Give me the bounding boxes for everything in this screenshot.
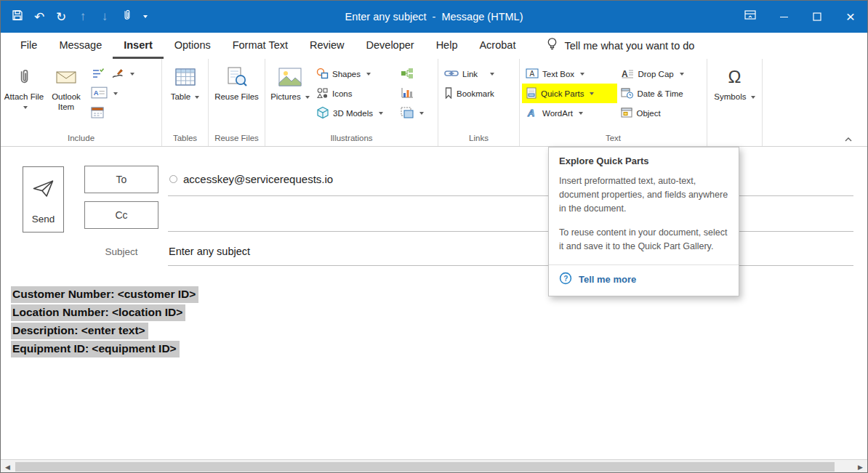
tab-message[interactable]: Message — [48, 33, 113, 59]
drop-cap-button[interactable]: A Drop Cap — [617, 64, 704, 84]
chart-button[interactable] — [397, 84, 433, 103]
undo-button[interactable]: ↶ — [28, 5, 50, 28]
omega-icon: Ω — [728, 65, 742, 89]
outlook-message-window: ↶ ↻ ↑ ↓ Enter any subject - Message (HTM… — [0, 0, 868, 473]
smartart-button[interactable] — [397, 64, 433, 84]
bookmark-button[interactable]: Bookmark — [441, 84, 517, 103]
to-button[interactable]: To — [84, 166, 158, 193]
svg-text:A: A — [527, 108, 534, 118]
screenshot-icon — [401, 107, 414, 120]
horizontal-scrollbar[interactable]: ◀ ▶ — [1, 459, 867, 473]
tab-file[interactable]: File — [9, 33, 48, 59]
tooltip-paragraph: To reuse content in your document, selec… — [559, 226, 728, 254]
to-field-underline[interactable] — [168, 195, 853, 196]
group-label-include: Include — [3, 132, 159, 146]
scroll-right-button[interactable]: ▶ — [853, 460, 867, 473]
drop-cap-icon: A — [621, 68, 634, 80]
date-time-icon — [621, 87, 633, 100]
svg-text:A: A — [622, 69, 628, 78]
tab-help[interactable]: Help — [425, 33, 469, 59]
subject-field-underline[interactable] — [168, 265, 853, 266]
titlebar: ↶ ↻ ↑ ↓ Enter any subject - Message (HTM… — [1, 1, 867, 33]
attach-file-button[interactable]: Attach File — [3, 60, 45, 112]
tab-format-text[interactable]: Format Text — [222, 33, 299, 59]
group-label-text: Text — [522, 132, 704, 146]
tell-me-label: Tell me what you want to do — [564, 40, 694, 52]
quick-parts-button[interactable]: Quick Parts — [522, 84, 617, 103]
calendar-button[interactable] — [87, 103, 157, 123]
table-icon — [174, 65, 196, 89]
date-time-button[interactable]: Date & Time — [617, 84, 704, 103]
tab-acrobat[interactable]: Acrobat — [468, 33, 526, 59]
redo-icon: ↻ — [56, 9, 66, 25]
wordart-label: WordArt — [542, 109, 573, 118]
pictures-button[interactable]: Pictures — [268, 60, 313, 102]
body-line: Equipment ID: <equipment ID> — [11, 341, 180, 357]
move-up-button[interactable]: ↑ — [72, 5, 94, 28]
close-icon: × — [846, 8, 855, 25]
tab-developer[interactable]: Developer — [355, 33, 425, 59]
outlook-item-button[interactable]: Outlook Item — [45, 60, 87, 112]
attach-quick-button[interactable] — [116, 5, 137, 28]
ribbon-display-options-button[interactable] — [734, 1, 767, 33]
scroll-left-button[interactable]: ◀ — [1, 460, 15, 473]
table-button[interactable]: Table — [164, 60, 206, 102]
send-icon — [32, 179, 55, 201]
tab-options[interactable]: Options — [164, 33, 222, 59]
cc-button[interactable]: Cc — [84, 201, 158, 229]
icons-button[interactable]: Icons — [313, 84, 397, 103]
close-button[interactable]: × — [834, 1, 867, 33]
message-body-editor[interactable]: Customer Number: <customer ID> Location … — [11, 286, 853, 452]
redo-button[interactable]: ↻ — [50, 5, 72, 28]
group-label-symbols — [710, 132, 760, 146]
customize-qat-button[interactable] — [137, 5, 150, 28]
minimize-icon — [780, 17, 788, 17]
chart-icon — [401, 87, 414, 100]
subject-label: Subject — [84, 246, 158, 257]
bookmark-label: Bookmark — [457, 89, 494, 98]
chevron-down-icon — [490, 73, 494, 76]
icons-icon — [316, 87, 329, 100]
body-line: Customer Number: <customer ID> — [11, 286, 198, 303]
ribbon: Attach File Outlook Item — [1, 59, 867, 147]
object-button[interactable]: Object — [617, 103, 704, 123]
cc-field-underline[interactable] — [168, 231, 853, 232]
3d-models-button[interactable]: 3D Models — [313, 103, 397, 123]
poll-button[interactable] — [87, 64, 108, 84]
tab-review[interactable]: Review — [299, 33, 355, 59]
business-card-button[interactable]: A — [87, 84, 157, 103]
symbols-button[interactable]: Ω Symbols — [712, 60, 758, 102]
quick-parts-tooltip: Explore Quick Parts Insert preformatted … — [548, 147, 739, 296]
reuse-files-button[interactable]: Reuse Files — [214, 60, 260, 102]
wordart-button[interactable]: A WordArt — [522, 103, 617, 123]
calendar-icon — [91, 106, 104, 120]
tell-me-more-link[interactable]: ? Tell me more — [549, 264, 739, 296]
text-box-button[interactable]: A Text Box — [522, 64, 617, 84]
subject-input[interactable]: Enter any subject — [169, 246, 250, 257]
maximize-button[interactable] — [800, 1, 834, 33]
shapes-button[interactable]: Shapes — [313, 64, 397, 84]
arrow-up-icon: ↑ — [80, 9, 87, 24]
group-links: Link Bookmark Links — [438, 59, 520, 146]
quick-parts-label: Quick Parts — [541, 89, 584, 98]
group-label-links: Links — [441, 132, 517, 146]
chevron-down-icon — [305, 96, 310, 99]
move-down-button[interactable]: ↓ — [94, 5, 116, 28]
link-button[interactable]: Link — [441, 64, 517, 84]
tell-me-search[interactable]: Tell me what you want to do — [547, 33, 694, 59]
link-label: Link — [462, 70, 478, 78]
envelope-icon — [55, 65, 77, 89]
group-include: Attach File Outlook Item — [1, 59, 162, 146]
tab-insert[interactable]: Insert — [113, 33, 164, 59]
tooltip-title: Explore Quick Parts — [559, 155, 728, 166]
send-button[interactable]: Send — [23, 166, 64, 233]
chevron-down-icon — [379, 112, 383, 115]
signature-button[interactable] — [108, 64, 138, 84]
screenshot-button[interactable] — [397, 103, 433, 123]
minimize-button[interactable] — [767, 1, 800, 33]
scrollbar-thumb[interactable] — [15, 462, 835, 472]
collapse-ribbon-button[interactable] — [840, 133, 857, 145]
save-button[interactable] — [7, 5, 28, 28]
window-controls: × — [734, 1, 867, 33]
recipient-chip[interactable]: accesskey@servicerequests.io — [169, 173, 333, 185]
